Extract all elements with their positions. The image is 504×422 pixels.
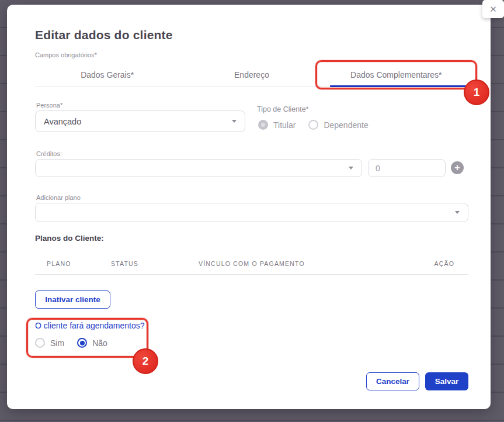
tipo-cliente-label: Tipo de Cliente* <box>257 105 308 113</box>
tab-bar: Dados Gerais* Endereço Dados Complementa… <box>35 63 468 87</box>
adicionar-plano-label: Adicionar plano <box>36 194 81 201</box>
agendamentos-radio-group: Sim Não <box>35 338 107 348</box>
plus-icon: + <box>454 163 460 172</box>
tab-label: Dados Complementares* <box>350 70 442 79</box>
column-header-acao: AÇÃO <box>427 260 468 267</box>
adicionar-plano-select[interactable] <box>35 203 468 222</box>
creditos-amount-input[interactable] <box>368 159 446 177</box>
tab-label: Dados Gerais* <box>81 70 134 79</box>
add-credit-button[interactable]: + <box>451 161 464 174</box>
radio-sim[interactable] <box>35 338 45 348</box>
edit-client-modal: Editar dados do cliente Campos obrigatór… <box>7 5 491 409</box>
radio-titular[interactable] <box>258 120 268 130</box>
inativar-cliente-label: Inativar cliente <box>45 295 100 304</box>
modal-footer: Cancelar Salvar <box>366 372 468 390</box>
column-header-status: STATUS <box>111 260 199 267</box>
cancel-label: Cancelar <box>376 377 409 386</box>
tipo-cliente-radio-group: Titular Dependente <box>258 120 369 130</box>
creditos-label: Créditos: <box>36 150 62 157</box>
close-icon: ✕ <box>489 5 497 13</box>
radio-nao-label: Não <box>92 338 107 348</box>
required-fields-note: Campos obrigatórios* <box>35 51 97 58</box>
column-header-vinculo: VÍNCULO COM O PAGAMENTO <box>199 260 427 267</box>
persona-value: Avançado <box>44 117 232 126</box>
agendamentos-question: O cliente fará agendamentos? <box>35 321 145 330</box>
radio-titular-label: Titular <box>273 120 296 130</box>
chevron-down-icon <box>349 167 353 170</box>
radio-nao[interactable] <box>77 338 87 348</box>
close-button[interactable]: ✕ <box>482 0 504 18</box>
chevron-down-icon <box>232 120 237 123</box>
modal-title: Editar dados do cliente <box>35 28 173 42</box>
column-header-plano: PLANO <box>35 260 111 267</box>
tab-dados-complementares[interactable]: Dados Complementares* <box>324 63 468 86</box>
persona-select[interactable]: Avançado <box>35 110 245 132</box>
planos-heading: Planos do Cliente: <box>35 234 104 243</box>
tab-endereco[interactable]: Endereço <box>179 63 324 86</box>
radio-sim-label: Sim <box>50 338 64 348</box>
page-background: { "modal": { "title": "Editar dados do c… <box>0 0 504 422</box>
persona-label: Persona* <box>36 102 62 109</box>
tab-label: Endereço <box>234 70 269 79</box>
chevron-down-icon <box>455 211 460 214</box>
radio-dependente[interactable] <box>308 120 318 130</box>
planos-table-header: PLANO STATUS VÍNCULO COM O PAGAMENTO AÇÃ… <box>35 252 468 275</box>
save-label: Salvar <box>435 377 459 386</box>
radio-dependente-label: Dependente <box>324 120 368 130</box>
save-button[interactable]: Salvar <box>425 372 468 390</box>
creditos-select[interactable] <box>35 159 362 177</box>
cancel-button[interactable]: Cancelar <box>366 372 419 390</box>
tab-dados-gerais[interactable]: Dados Gerais* <box>35 63 179 86</box>
inativar-cliente-button[interactable]: Inativar cliente <box>35 290 110 309</box>
